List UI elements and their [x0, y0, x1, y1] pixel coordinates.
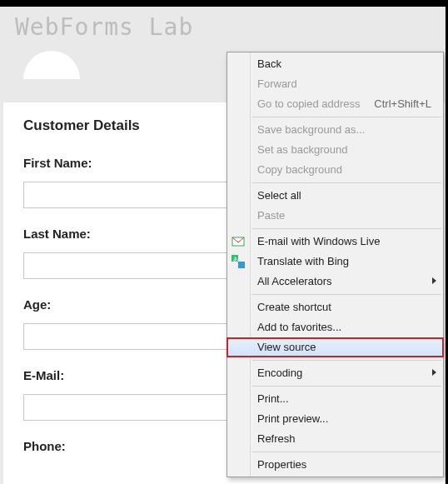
window-top-border: [0, 0, 448, 7]
menu-back[interactable]: Back: [227, 54, 443, 74]
menu-forward: Forward: [227, 74, 443, 94]
menu-create-shortcut-label: Create shortcut: [257, 301, 331, 313]
mail-icon: [231, 235, 245, 248]
menu-copy-bg-label: Copy background: [257, 163, 342, 176]
menu-separator: [252, 182, 441, 183]
menu-translate-bing[interactable]: あ Translate with Bing: [227, 252, 443, 272]
menu-encoding[interactable]: Encoding: [227, 363, 443, 383]
menu-print[interactable]: Print...: [227, 389, 443, 409]
menu-print-preview[interactable]: Print preview...: [227, 409, 443, 429]
context-menu: Back Forward Go to copied address Ctrl+S…: [226, 52, 444, 477]
menu-go-copied-address: Go to copied address Ctrl+Shift+L: [227, 94, 443, 114]
menu-forward-label: Forward: [257, 77, 297, 90]
menu-go-copied-shortcut: Ctrl+Shift+L: [374, 94, 431, 114]
chevron-right-icon: [432, 277, 436, 284]
chevron-right-icon: [432, 369, 436, 376]
menu-save-bg-label: Save background as...: [257, 123, 365, 136]
menu-all-accelerators[interactable]: All Accelerators: [227, 272, 443, 292]
menu-set-bg-label: Set as background: [257, 143, 347, 156]
menu-select-all-label: Select all: [257, 189, 301, 202]
menu-all-accel-label: All Accelerators: [257, 275, 332, 287]
menu-view-source-label: View source: [257, 341, 316, 353]
menu-print-label: Print...: [257, 392, 289, 405]
menu-paste-label: Paste: [257, 209, 285, 222]
menu-add-favorites[interactable]: Add to favorites...: [227, 317, 443, 337]
menu-separator: [252, 386, 441, 387]
menu-back-label: Back: [257, 57, 281, 70]
menu-separator: [252, 117, 441, 117]
menu-create-shortcut[interactable]: Create shortcut: [227, 297, 443, 317]
menu-select-all[interactable]: Select all: [227, 186, 443, 206]
svg-rect-2: [238, 262, 245, 268]
menu-properties-label: Properties: [257, 458, 306, 471]
menu-view-source[interactable]: View source: [227, 337, 443, 357]
menu-email-live-label: E-mail with Windows Live: [257, 235, 380, 247]
menu-set-background: Set as background: [227, 140, 443, 160]
translate-icon: あ: [231, 255, 245, 268]
menu-encoding-label: Encoding: [257, 367, 302, 379]
menu-email-windows-live[interactable]: E-mail with Windows Live: [227, 232, 443, 252]
active-tab[interactable]: [23, 51, 80, 79]
menu-separator: [252, 452, 441, 452]
menu-translate-bing-label: Translate with Bing: [257, 255, 349, 267]
menu-separator: [252, 228, 441, 229]
menu-properties[interactable]: Properties: [227, 455, 443, 475]
svg-text:あ: あ: [233, 257, 238, 262]
menu-print-preview-label: Print preview...: [257, 412, 328, 425]
menu-copy-background: Copy background: [227, 160, 443, 180]
menu-paste: Paste: [227, 206, 443, 226]
site-title: WebForms Lab: [15, 13, 433, 41]
menu-refresh-label: Refresh: [257, 432, 296, 445]
menu-separator: [252, 294, 441, 295]
menu-separator: [252, 360, 441, 361]
menu-add-fav-label: Add to favorites...: [257, 321, 341, 333]
menu-go-copied-label: Go to copied address: [257, 97, 361, 110]
menu-save-background: Save background as...: [227, 120, 443, 140]
menu-refresh[interactable]: Refresh: [227, 429, 443, 449]
